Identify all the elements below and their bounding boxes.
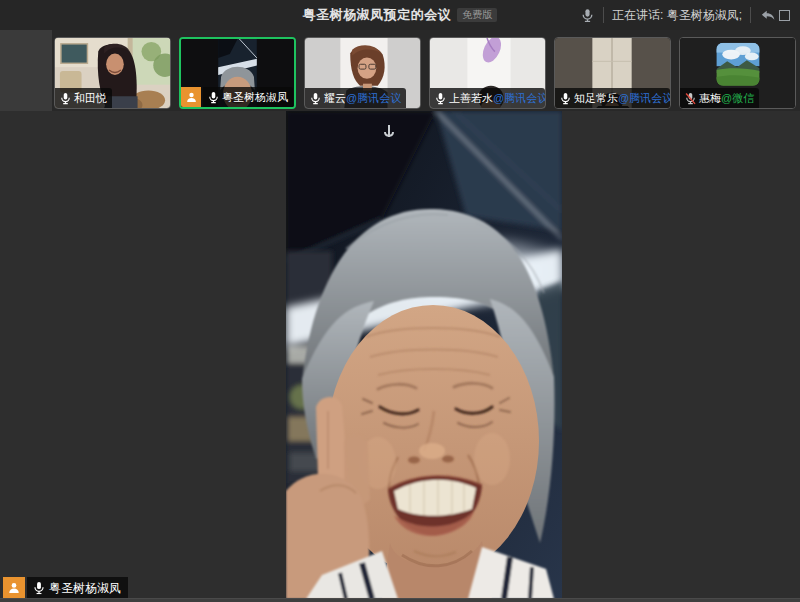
active-speaker-video[interactable] <box>286 111 562 599</box>
active-speaker-name: 粤圣树杨淑凤 <box>49 580 121 597</box>
person-badge-icon <box>7 581 21 595</box>
participant-footer: 和田悦 <box>55 88 112 108</box>
free-version-badge: 免费版 <box>457 8 497 22</box>
titlebar: 粤圣树杨淑凤预定的会议 免费版 正在讲话: 粤圣树杨淑凤; <box>0 0 800 30</box>
reply-arrow-icon[interactable] <box>759 6 777 24</box>
participant-name-label: 粤圣树杨淑凤 <box>203 87 293 107</box>
participant-platform-suffix: @微信 <box>721 91 754 106</box>
host-badge <box>3 577 25 599</box>
microphone-icon <box>309 92 322 105</box>
main-stage: 粤圣树杨淑凤 <box>0 111 800 602</box>
participant-thumbnail-6[interactable]: 惠梅@微信 <box>679 37 796 109</box>
participant-name: 惠梅 <box>699 91 721 106</box>
participant-footer: 上善若水@腾讯会议 <box>430 88 545 108</box>
participant-name-label: 耀云@腾讯会议 <box>305 88 406 108</box>
participant-footer: 知足常乐@腾讯会议 <box>555 88 670 108</box>
participant-name: 耀云 <box>324 91 346 106</box>
participant-name: 粤圣树杨淑凤 <box>222 90 288 105</box>
participant-name-label: 惠梅@微信 <box>680 88 759 108</box>
square-outline-icon[interactable] <box>779 10 790 21</box>
meeting-title: 粤圣树杨淑凤预定的会议 <box>303 6 452 24</box>
participant-platform-suffix: @腾讯会议 <box>493 91 545 106</box>
speaking-indicator: 正在讲话: 粤圣树杨淑凤; <box>580 0 796 30</box>
microphone-icon <box>32 581 46 595</box>
filmstrip: 和田悦 <box>0 30 800 111</box>
microphone-icon <box>207 91 220 104</box>
participant-thumbnail-2[interactable]: 粤圣树杨淑凤 <box>179 37 296 109</box>
person-badge-icon <box>185 91 198 104</box>
active-speaker-footer: 粤圣树杨淑凤 <box>3 577 128 599</box>
participant-thumbnail-1[interactable]: 和田悦 <box>54 37 171 109</box>
participant-name-label: 上善若水@腾讯会议 <box>430 88 545 108</box>
divider <box>603 7 604 23</box>
participant-thumbnail-3[interactable]: 耀云@腾讯会议 <box>304 37 421 109</box>
microphone-icon <box>59 92 72 105</box>
participant-thumbnail-4[interactable]: 上善若水@腾讯会议 <box>429 37 546 109</box>
meeting-window: 粤圣树杨淑凤预定的会议 免费版 正在讲话: 粤圣树杨淑凤; <box>0 0 800 602</box>
window-bottom-edge <box>0 598 800 602</box>
participant-name-label: 和田悦 <box>55 88 112 108</box>
microphone-slash-icon <box>684 92 697 105</box>
filmstrip-left-area <box>0 30 52 111</box>
participant-name: 知足常乐 <box>574 91 618 106</box>
participant-thumbnail-5[interactable]: 知足常乐@腾讯会议 <box>554 37 671 109</box>
microphone-icon <box>559 92 572 105</box>
participant-platform-suffix: @腾讯会议 <box>346 91 401 106</box>
participant-footer: 耀云@腾讯会议 <box>305 88 406 108</box>
microphone-icon <box>434 92 447 105</box>
participant-footer: 惠梅@微信 <box>680 88 759 108</box>
participant-footer: 粤圣树杨淑凤 <box>181 87 293 107</box>
participant-name-label: 知足常乐@腾讯会议 <box>555 88 670 108</box>
host-badge <box>181 87 201 107</box>
active-speaker-name-label: 粤圣树杨淑凤 <box>27 577 128 599</box>
participant-platform-suffix: @腾讯会议 <box>618 91 670 106</box>
speaking-status-text: 正在讲话: 粤圣树杨淑凤; <box>612 7 742 24</box>
divider <box>750 7 751 23</box>
microphone-icon <box>580 8 595 23</box>
participant-name: 和田悦 <box>74 91 107 106</box>
participant-name: 上善若水 <box>449 91 493 106</box>
